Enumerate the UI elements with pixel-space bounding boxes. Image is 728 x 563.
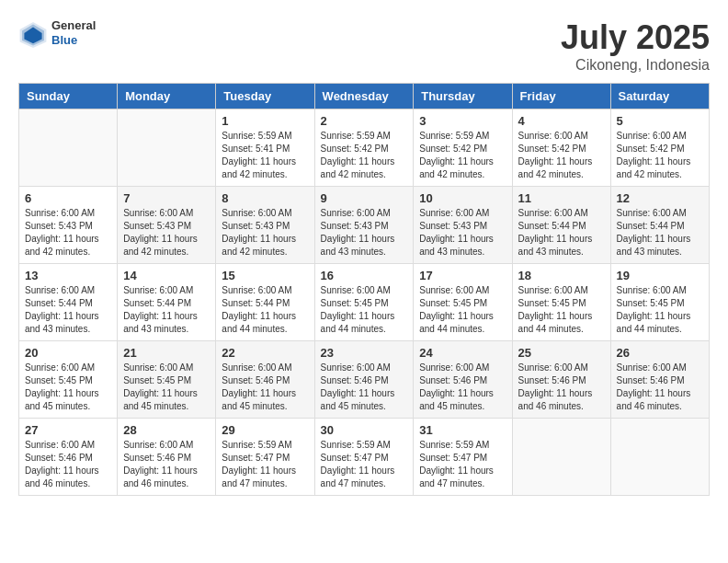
calendar-cell — [19, 109, 118, 187]
weekday-header-monday: Monday — [118, 84, 216, 109]
day-number: 16 — [321, 269, 408, 282]
day-info: Sunrise: 6:00 AMSunset: 5:44 PMDaylight:… — [25, 284, 111, 336]
day-info: Sunrise: 6:00 AMSunset: 5:43 PMDaylight:… — [321, 207, 408, 259]
day-number: 12 — [617, 191, 703, 205]
day-info: Sunrise: 6:00 AMSunset: 5:46 PMDaylight:… — [222, 362, 308, 413]
day-number: 13 — [25, 269, 111, 282]
calendar-cell: 18Sunrise: 6:00 AMSunset: 5:45 PMDayligh… — [512, 264, 610, 341]
calendar-cell: 26Sunrise: 6:00 AMSunset: 5:46 PMDayligh… — [610, 341, 709, 419]
logo-icon — [18, 18, 48, 48]
calendar-cell: 30Sunrise: 5:59 AMSunset: 5:47 PMDayligh… — [314, 419, 414, 496]
day-info: Sunrise: 6:00 AMSunset: 5:44 PMDaylight:… — [617, 207, 703, 259]
day-number: 15 — [222, 269, 308, 282]
calendar-cell: 27Sunrise: 6:00 AMSunset: 5:46 PMDayligh… — [19, 419, 118, 496]
calendar-cell: 5Sunrise: 6:00 AMSunset: 5:42 PMDaylight… — [610, 109, 709, 187]
calendar-week-row: 6Sunrise: 6:00 AMSunset: 5:43 PMDaylight… — [19, 187, 710, 264]
logo-general: General — [51, 18, 96, 33]
day-number: 5 — [617, 114, 703, 128]
calendar-cell: 2Sunrise: 5:59 AMSunset: 5:42 PMDaylight… — [314, 109, 414, 187]
day-info: Sunrise: 6:00 AMSunset: 5:44 PMDaylight:… — [222, 284, 308, 336]
weekday-header-row: SundayMondayTuesdayWednesdayThursdayFrid… — [19, 84, 710, 109]
day-info: Sunrise: 6:00 AMSunset: 5:45 PMDaylight:… — [25, 362, 111, 413]
calendar-cell: 28Sunrise: 6:00 AMSunset: 5:46 PMDayligh… — [118, 419, 216, 496]
page-header: General Blue July 2025 Cikoneng, Indones… — [18, 18, 710, 74]
day-number: 23 — [321, 346, 408, 360]
calendar-cell: 22Sunrise: 6:00 AMSunset: 5:46 PMDayligh… — [216, 341, 314, 419]
day-number: 31 — [419, 423, 506, 437]
calendar-cell: 29Sunrise: 5:59 AMSunset: 5:47 PMDayligh… — [216, 419, 314, 496]
day-number: 24 — [419, 346, 506, 360]
day-info: Sunrise: 6:00 AMSunset: 5:45 PMDaylight:… — [617, 284, 703, 336]
calendar-cell: 15Sunrise: 6:00 AMSunset: 5:44 PMDayligh… — [216, 264, 314, 341]
day-info: Sunrise: 6:00 AMSunset: 5:46 PMDaylight:… — [25, 439, 111, 490]
calendar-cell: 10Sunrise: 6:00 AMSunset: 5:43 PMDayligh… — [414, 187, 512, 264]
day-info: Sunrise: 5:59 AMSunset: 5:41 PMDaylight:… — [222, 130, 308, 181]
calendar-week-row: 20Sunrise: 6:00 AMSunset: 5:45 PMDayligh… — [19, 341, 710, 419]
day-number: 26 — [617, 346, 703, 360]
day-info: Sunrise: 6:00 AMSunset: 5:42 PMDaylight:… — [617, 130, 703, 181]
day-info: Sunrise: 6:00 AMSunset: 5:46 PMDaylight:… — [617, 362, 703, 413]
calendar-cell: 23Sunrise: 6:00 AMSunset: 5:46 PMDayligh… — [314, 341, 414, 419]
day-info: Sunrise: 6:00 AMSunset: 5:44 PMDaylight:… — [518, 207, 605, 259]
calendar-cell — [610, 419, 709, 496]
logo-text: General Blue — [51, 18, 96, 47]
day-number: 9 — [321, 191, 408, 205]
day-info: Sunrise: 6:00 AMSunset: 5:44 PMDaylight:… — [123, 284, 210, 336]
day-info: Sunrise: 6:00 AMSunset: 5:46 PMDaylight:… — [123, 439, 210, 490]
day-number: 2 — [321, 114, 408, 128]
day-number: 30 — [321, 423, 408, 437]
day-number: 7 — [123, 191, 210, 205]
subtitle: Cikoneng, Indonesia — [561, 57, 710, 74]
logo: General Blue — [18, 18, 96, 48]
calendar-cell: 14Sunrise: 6:00 AMSunset: 5:44 PMDayligh… — [118, 264, 216, 341]
day-number: 28 — [123, 423, 210, 437]
day-info: Sunrise: 6:00 AMSunset: 5:45 PMDaylight:… — [321, 284, 408, 336]
calendar-cell: 3Sunrise: 5:59 AMSunset: 5:42 PMDaylight… — [414, 109, 512, 187]
day-number: 27 — [25, 423, 111, 437]
main-title: July 2025 — [561, 18, 710, 57]
day-info: Sunrise: 5:59 AMSunset: 5:42 PMDaylight:… — [321, 130, 408, 181]
calendar-cell: 19Sunrise: 6:00 AMSunset: 5:45 PMDayligh… — [610, 264, 709, 341]
day-number: 20 — [25, 346, 111, 360]
day-number: 17 — [419, 269, 506, 282]
day-number: 22 — [222, 346, 308, 360]
weekday-header-tuesday: Tuesday — [216, 84, 314, 109]
day-info: Sunrise: 6:00 AMSunset: 5:46 PMDaylight:… — [419, 362, 506, 413]
calendar-cell — [512, 419, 610, 496]
day-number: 3 — [419, 114, 506, 128]
calendar-week-row: 13Sunrise: 6:00 AMSunset: 5:44 PMDayligh… — [19, 264, 710, 341]
day-info: Sunrise: 5:59 AMSunset: 5:47 PMDaylight:… — [321, 439, 408, 490]
calendar-week-row: 27Sunrise: 6:00 AMSunset: 5:46 PMDayligh… — [19, 419, 710, 496]
calendar-cell: 9Sunrise: 6:00 AMSunset: 5:43 PMDaylight… — [314, 187, 414, 264]
day-info: Sunrise: 6:00 AMSunset: 5:45 PMDaylight:… — [518, 284, 605, 336]
day-info: Sunrise: 6:00 AMSunset: 5:46 PMDaylight:… — [518, 362, 605, 413]
calendar-table: SundayMondayTuesdayWednesdayThursdayFrid… — [18, 83, 710, 496]
calendar-cell: 17Sunrise: 6:00 AMSunset: 5:45 PMDayligh… — [414, 264, 512, 341]
calendar-cell: 7Sunrise: 6:00 AMSunset: 5:43 PMDaylight… — [118, 187, 216, 264]
day-number: 6 — [25, 191, 111, 205]
day-number: 4 — [518, 114, 605, 128]
logo-blue: Blue — [51, 33, 96, 48]
calendar-cell: 31Sunrise: 5:59 AMSunset: 5:47 PMDayligh… — [414, 419, 512, 496]
day-info: Sunrise: 6:00 AMSunset: 5:45 PMDaylight:… — [419, 284, 506, 336]
day-number: 21 — [123, 346, 210, 360]
weekday-header-thursday: Thursday — [414, 84, 512, 109]
calendar-cell: 11Sunrise: 6:00 AMSunset: 5:44 PMDayligh… — [512, 187, 610, 264]
calendar-cell: 12Sunrise: 6:00 AMSunset: 5:44 PMDayligh… — [610, 187, 709, 264]
day-info: Sunrise: 5:59 AMSunset: 5:42 PMDaylight:… — [419, 130, 506, 181]
weekday-header-saturday: Saturday — [610, 84, 709, 109]
day-number: 29 — [222, 423, 308, 437]
day-number: 1 — [222, 114, 308, 128]
calendar-cell: 25Sunrise: 6:00 AMSunset: 5:46 PMDayligh… — [512, 341, 610, 419]
calendar-cell — [118, 109, 216, 187]
calendar-cell: 24Sunrise: 6:00 AMSunset: 5:46 PMDayligh… — [414, 341, 512, 419]
weekday-header-friday: Friday — [512, 84, 610, 109]
day-number: 25 — [518, 346, 605, 360]
day-info: Sunrise: 5:59 AMSunset: 5:47 PMDaylight:… — [419, 439, 506, 490]
calendar-cell: 1Sunrise: 5:59 AMSunset: 5:41 PMDaylight… — [216, 109, 314, 187]
calendar-cell: 4Sunrise: 6:00 AMSunset: 5:42 PMDaylight… — [512, 109, 610, 187]
calendar-cell: 8Sunrise: 6:00 AMSunset: 5:43 PMDaylight… — [216, 187, 314, 264]
day-number: 10 — [419, 191, 506, 205]
weekday-header-wednesday: Wednesday — [314, 84, 414, 109]
day-number: 11 — [518, 191, 605, 205]
